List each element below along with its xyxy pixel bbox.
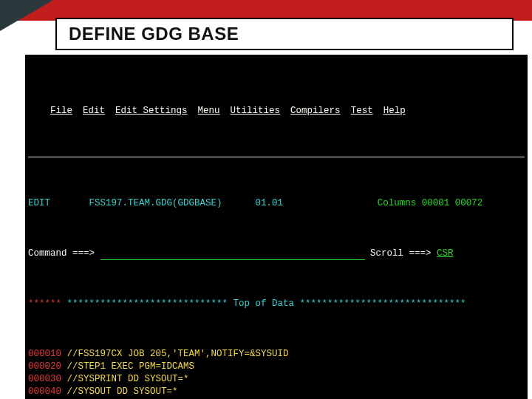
columns-label: Columns [378,198,417,208]
editor-line[interactable]: 000030 //SYSPRINT DD SYSOUT=* [25,373,528,386]
line-number[interactable]: 000040 [28,386,61,397]
top-of-data: ****** ***************************** Top… [25,298,528,310]
command-line: Command ===> Scroll ===> CSR [25,248,528,260]
top-marker: ***************************** Top of Dat… [67,299,466,309]
edit-mode: EDIT [28,198,50,208]
menu-compilers[interactable]: Compilers [290,106,341,116]
editor-line[interactable]: 000040 //SYSOUT DD SYSOUT=* [25,386,528,398]
slide-title: DEFINE GDG BASE [69,24,500,44]
line-number[interactable]: 000010 [28,349,61,359]
editor-line[interactable]: 000020 //STEP1 EXEC PGM=IDCAMS [25,361,528,373]
line-text[interactable]: //STEP1 EXEC PGM=IDCAMS [67,361,195,372]
menu-menu[interactable]: Menu [198,106,220,116]
slide-title-box: DEFINE GDG BASE [55,18,514,50]
editor-line[interactable]: 000010 //FSS197CX JOB 205,'TEAM',NOTIFY=… [25,348,528,361]
editor-body[interactable]: 000010 //FSS197CX JOB 205,'TEAM',NOTIFY=… [25,348,528,399]
menu-utilities[interactable]: Utilities [231,106,281,116]
scroll-input[interactable]: CSR [437,248,454,259]
dataset-name: FSS197.TEAM.GDG(GDGBASE) [89,198,222,208]
columns-value: 00001 00072 [422,198,483,208]
menu-divider [28,157,525,157]
scroll-label: Scroll ===> [370,248,432,259]
command-prompt: Command ===> [28,248,95,259]
menu-help[interactable]: Help [383,106,406,116]
editor-header: EDIT FSS197.TEAM.GDG(GDGBASE) 01.01 Colu… [25,197,528,210]
terminal-3270: FileEditEdit SettingsMenuUtilitiesCompil… [25,55,528,399]
corner-triangle [0,0,53,31]
line-num-stars: ****** [28,299,61,309]
ispf-menu-bar[interactable]: FileEditEdit SettingsMenuUtilitiesCompil… [25,92,528,130]
command-input[interactable] [100,259,365,260]
menu-test[interactable]: Test [351,106,373,116]
line-number[interactable]: 000030 [28,374,61,384]
menu-edit-settings[interactable]: Edit Settings [115,106,188,116]
menu-edit[interactable]: Edit [83,106,105,116]
member-level: 01.01 [256,198,284,208]
line-text[interactable]: //SYSOUT DD SYSOUT=* [67,386,178,397]
menu-file[interactable]: File [50,106,72,116]
line-text[interactable]: //SYSPRINT DD SYSOUT=* [67,374,189,384]
line-text[interactable]: //FSS197CX JOB 205,'TEAM',NOTIFY=&SYSUID [67,349,289,359]
line-number[interactable]: 000020 [28,361,61,372]
